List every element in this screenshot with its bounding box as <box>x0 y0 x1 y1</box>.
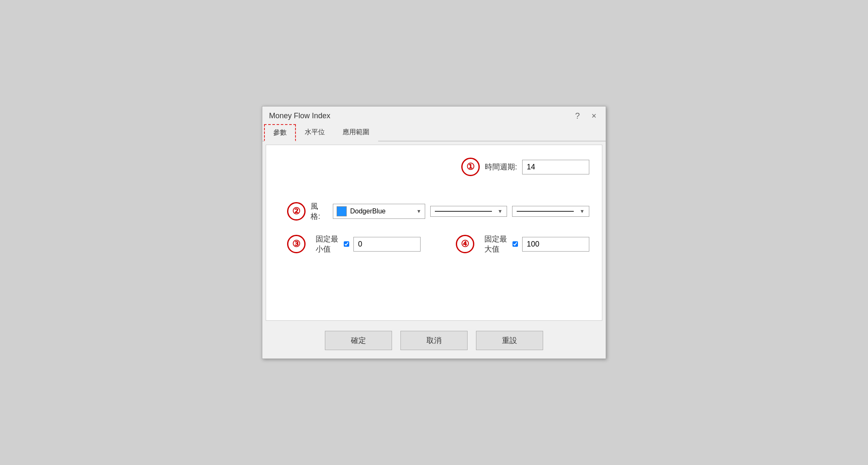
line-style-dropdown-2[interactable]: ▼ <box>512 206 589 217</box>
ok-button[interactable]: 確定 <box>325 331 392 350</box>
color-name: DodgerBlue <box>350 208 411 215</box>
dialog-title: Money Flow Index <box>269 112 330 120</box>
period-input[interactable] <box>522 160 589 174</box>
min-checkbox-label[interactable]: 固定最小值 <box>316 234 349 254</box>
reset-button[interactable]: 重設 <box>476 331 543 350</box>
content-area: ① 時間週期: ② 風格: DodgerBlue ▼ ▼ ▼ <box>266 145 602 321</box>
max-input[interactable] <box>522 237 589 252</box>
color-swatch <box>337 206 347 216</box>
minmax-row: ③ 固定最小值 ④ 固定最大值 <box>279 234 589 254</box>
min-label-text: 固定最小值 <box>316 234 341 254</box>
chevron-down-icon-3: ▼ <box>580 208 585 214</box>
line-preview-2 <box>517 211 574 212</box>
min-input[interactable] <box>353 237 421 252</box>
tab-horizontal[interactable]: 水平位 <box>296 124 334 141</box>
close-button[interactable]: × <box>589 111 599 121</box>
tab-params[interactable]: 參數 <box>264 124 296 141</box>
max-checkbox[interactable] <box>512 240 518 248</box>
period-label: 時間週期: <box>485 162 517 172</box>
style-label: 風格: <box>311 201 326 221</box>
title-bar: Money Flow Index ? × <box>262 107 606 124</box>
line-preview-1 <box>435 211 492 212</box>
annotation-3: ③ <box>287 235 306 253</box>
color-dropdown[interactable]: DodgerBlue ▼ <box>333 204 425 219</box>
min-checkbox[interactable] <box>344 240 349 248</box>
line-style-dropdown-1[interactable]: ▼ <box>430 206 507 217</box>
title-buttons: ? × <box>573 111 599 121</box>
chevron-down-icon: ▼ <box>416 208 421 214</box>
footer: 確定 取消 重設 <box>262 324 606 358</box>
dialog: Money Flow Index ? × 參數 水平位 應用範圍 ① 時間週期:… <box>262 106 606 359</box>
max-label-text: 固定最大值 <box>484 234 510 254</box>
tab-apply-range[interactable]: 應用範圍 <box>334 124 378 141</box>
cancel-button[interactable]: 取消 <box>400 331 468 350</box>
annotation-1: ① <box>461 158 480 176</box>
annotation-4: ④ <box>456 235 474 253</box>
annotation-2: ② <box>287 202 306 221</box>
help-button[interactable]: ? <box>573 111 582 121</box>
tabs-bar: 參數 水平位 應用範圍 <box>262 124 606 141</box>
chevron-down-icon-2: ▼ <box>498 208 503 214</box>
max-checkbox-label[interactable]: 固定最大值 <box>484 234 518 254</box>
min-group: 固定最小值 <box>316 234 421 254</box>
max-group: 固定最大值 <box>484 234 589 254</box>
period-row: ① 時間週期: <box>279 158 589 176</box>
style-row: ② 風格: DodgerBlue ▼ ▼ ▼ <box>279 201 589 221</box>
